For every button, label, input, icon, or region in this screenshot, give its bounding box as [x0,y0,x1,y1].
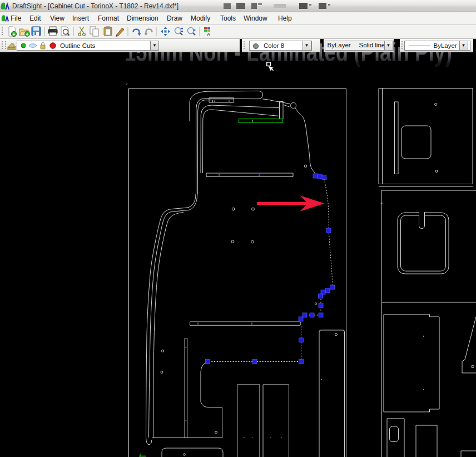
svg-text:A: A [207,32,210,37]
